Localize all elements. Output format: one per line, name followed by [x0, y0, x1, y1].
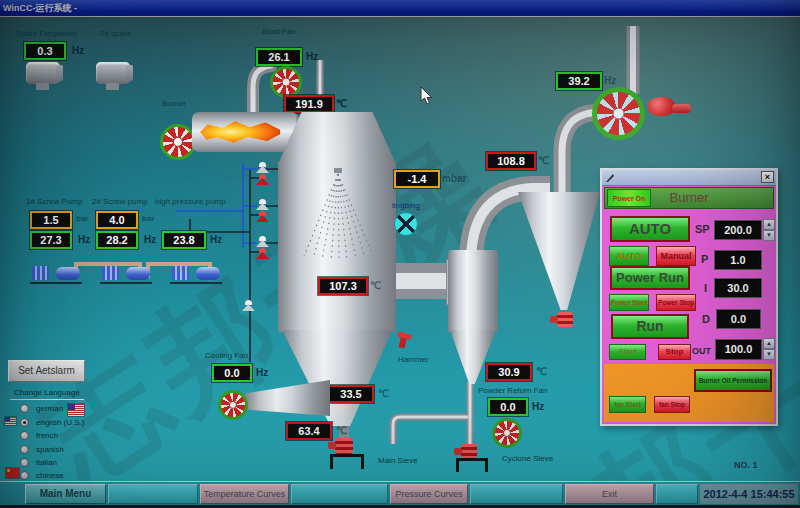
blast-fan-icon[interactable] [270, 66, 302, 98]
auto-button[interactable]: AUTO [609, 246, 649, 266]
tower-temp-unit: ℃ [370, 280, 381, 291]
close-icon[interactable]: × [761, 171, 774, 183]
high-pressure-pump-icon[interactable] [170, 262, 222, 284]
radio-german[interactable] [20, 404, 29, 413]
cyclone-temp-unit: ℃ [536, 366, 547, 377]
agitator-label: lingbing [392, 201, 420, 210]
burner-panel-titlebar[interactable]: × [602, 170, 776, 186]
main-sieve-label: Main Sieve [378, 456, 418, 465]
spare2-motor-icon[interactable] [96, 62, 130, 84]
cooling-fan-icon[interactable] [218, 390, 248, 420]
bottom-bar: Main Menu Temperature Curves Pressure Cu… [0, 481, 800, 506]
hp-pump-freq-display: 23.8 [162, 231, 206, 249]
d-value-display[interactable]: 0.0 [716, 309, 761, 329]
radio-spanish[interactable] [20, 445, 29, 454]
powder-return-fan-icon[interactable] [492, 418, 522, 448]
power-run-button[interactable]: Power Run [610, 266, 690, 290]
cyclone2-cone [518, 192, 600, 310]
aux-pump-icon[interactable] [648, 94, 692, 124]
language-item-english[interactable]: english (U.S.) [36, 418, 84, 427]
screw-pump1-freq-unit: Hz [78, 234, 90, 245]
mixer-valve-icon[interactable] [394, 212, 418, 236]
cyclone-sieve-valve-icon[interactable] [461, 444, 477, 458]
tower-body [278, 162, 396, 332]
power-start-button[interactable]: Power Start [609, 294, 649, 311]
fan-stop-button[interactable]: fan Stop [654, 396, 690, 413]
radio-italian[interactable] [20, 458, 29, 467]
exit-button[interactable]: Exit [565, 484, 654, 504]
cooling-air-duct [244, 380, 330, 416]
burner-label: Burner [162, 99, 186, 108]
i-value-display[interactable]: 30.0 [714, 278, 762, 298]
stop-button[interactable]: Stop [658, 344, 691, 360]
feed-valve-icon[interactable] [256, 211, 269, 222]
out-value-display[interactable]: 100.0 [715, 339, 762, 360]
cyclone2-valve-icon[interactable] [557, 312, 573, 327]
sp-value-display[interactable]: 200.0 [714, 220, 762, 240]
power-stop-button[interactable]: Power Stop [656, 294, 696, 311]
screw-pump1-icon[interactable] [30, 262, 82, 284]
spare-motor-icon[interactable] [26, 62, 60, 84]
bottom-bar-segment [656, 484, 698, 504]
feed-valve-icon[interactable] [256, 174, 269, 185]
screw-pump1-pressure-display: 1.5 [30, 211, 72, 229]
feed-valve-icon[interactable] [256, 199, 269, 210]
fan-start-button[interactable]: fan Start [609, 396, 646, 413]
spare2-label: 2# spare [100, 29, 131, 38]
screw-pump2-label: 2# Screw pump [92, 197, 148, 206]
feed-valve-icon[interactable] [256, 248, 269, 259]
duct-temp-unit: ℃ [538, 155, 549, 166]
i-label: I [704, 282, 707, 294]
hammer-icon[interactable] [399, 334, 408, 348]
feed-valve-icon[interactable] [256, 162, 269, 173]
language-item-chinese[interactable]: chinese [36, 471, 64, 480]
hammer-label: Hammer [398, 355, 429, 364]
language-item-german[interactable]: german [36, 404, 63, 413]
pressure-curves-button[interactable]: Pressure Curves [390, 484, 468, 504]
screw-pump2-icon[interactable] [100, 262, 152, 284]
powder-return-fan-label: Powder Return Fan [478, 386, 547, 395]
main-menu-button[interactable]: Main Menu [25, 484, 106, 504]
us-flag-icon [68, 404, 84, 416]
tower-temp-display: 107.3 [318, 277, 368, 295]
manual-button[interactable]: Manual [656, 246, 696, 266]
cyclone-sieve-stand [456, 458, 488, 472]
language-item-spanish[interactable]: spanish [36, 445, 64, 454]
window-title: WinCC-运行系统 - [3, 3, 77, 13]
radio-french[interactable] [20, 431, 29, 440]
exhaust-fan-freq-display: 39.2 [556, 72, 602, 90]
burner-fan-icon[interactable] [160, 124, 196, 160]
spinner-down-icon[interactable] [763, 230, 775, 241]
main-sieve-valve-icon[interactable] [335, 438, 353, 454]
feed-valve-icon[interactable] [256, 236, 269, 247]
language-item-italian[interactable]: italian [36, 458, 57, 467]
inlet-temp-display: 191.9 [284, 95, 334, 113]
run-button[interactable]: Run [611, 314, 689, 339]
burner-panel-orange-section: Burner Oil Permission fan Start fan Stop [604, 364, 774, 422]
out-label: OUT [692, 346, 711, 356]
cn-flag-icon [6, 468, 19, 478]
screw-pump2-freq-unit: Hz [144, 234, 156, 245]
auto-main-button[interactable]: AUTO [610, 216, 690, 242]
p-value-display[interactable]: 1.0 [714, 250, 762, 270]
spinner-up-icon[interactable] [763, 338, 775, 349]
out-spinner[interactable] [763, 338, 775, 360]
language-item-french[interactable]: french [36, 431, 58, 440]
window-titlebar[interactable]: WinCC-运行系统 - [0, 0, 800, 17]
clock-display: 2012-4-4 15:44:55 [700, 484, 798, 504]
exhaust-fan-icon[interactable] [592, 87, 645, 140]
radio-english[interactable] [20, 418, 29, 427]
d-label: D [702, 313, 710, 325]
set-alarm-button[interactable]: Set Aetslarm [8, 360, 85, 382]
burner-oil-permission-button[interactable]: Burner Oil Permission [694, 369, 772, 392]
duct-temp-display: 108.8 [486, 152, 536, 170]
spinner-down-icon[interactable] [763, 349, 775, 360]
outlet-temp-unit: ℃ [378, 388, 389, 399]
radio-chinese[interactable] [20, 471, 29, 480]
temperature-curves-button[interactable]: Temperature Curves [200, 484, 289, 504]
spinner-up-icon[interactable] [763, 219, 775, 230]
sp-spinner[interactable] [763, 219, 775, 241]
start-button[interactable]: Start [609, 344, 646, 360]
drain-valve-icon[interactable] [242, 300, 255, 311]
sp-label: SP [695, 223, 710, 235]
